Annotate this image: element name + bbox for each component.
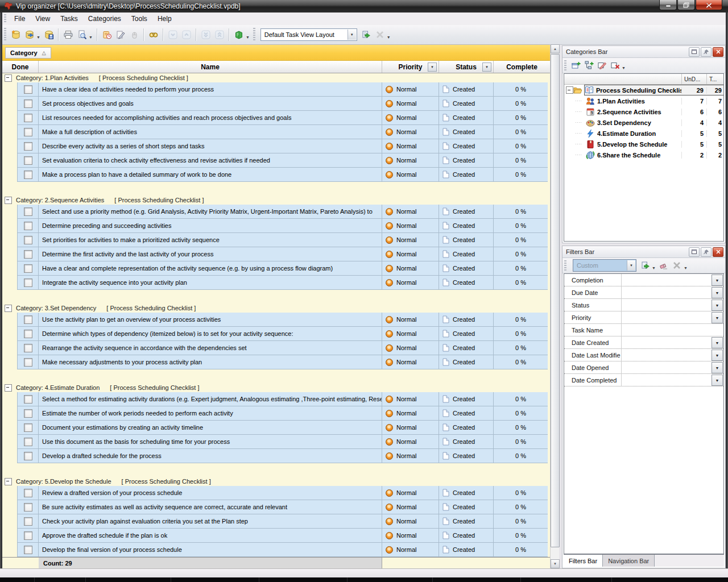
view-notes-dropdown-icon[interactable]: ▼ (246, 35, 250, 39)
print-button[interactable] (61, 28, 75, 41)
category-tree-item[interactable]: Process Scheduling Checklis 29 29 (564, 85, 723, 95)
task-name[interactable]: Select and use a priority method (e.g. G… (39, 205, 382, 219)
minimize-button[interactable] (659, 0, 677, 10)
task-row[interactable]: Set priorities for activities to make a … (2, 233, 550, 247)
print-preview-dropdown-icon[interactable]: ▼ (89, 35, 93, 39)
task-done-checkbox[interactable] (24, 264, 32, 273)
category-tree-item[interactable]: 5 2.Sequence Activities 6 6 (564, 106, 723, 117)
task-done-checkbox[interactable] (24, 358, 32, 367)
column-header-complete[interactable]: Complete (494, 61, 550, 73)
task-row[interactable]: Make a full description of activities No… (2, 125, 550, 139)
task-done-checkbox[interactable] (24, 517, 32, 526)
new-database-button[interactable] (9, 28, 23, 41)
task-row[interactable]: Make necessary adjustments to your proce… (2, 355, 550, 369)
task-row[interactable]: Integrate the activity sequence into you… (2, 276, 550, 290)
category-tree-item[interactable]: 5.Develop the Schedule 5 5 (564, 139, 723, 149)
task-row[interactable]: Review a drafted version of your process… (2, 486, 550, 500)
task-name[interactable]: Set process objectives and goals (39, 97, 382, 111)
filter-dropdown-icon[interactable]: ▼ (712, 350, 723, 361)
save-database-button[interactable] (42, 28, 56, 41)
edit-category-button[interactable] (595, 60, 609, 72)
new-category-button[interactable] (569, 60, 582, 72)
clear-filter-button[interactable] (657, 260, 671, 272)
task-done-checkbox[interactable] (24, 85, 32, 94)
filter-preset-combobox[interactable]: Custom ▼ (573, 259, 636, 272)
filter-value-field[interactable] (621, 349, 723, 361)
task-name[interactable]: Approve the drafted schedule if the plan… (39, 529, 382, 543)
scrollbar-thumb[interactable] (551, 54, 560, 547)
collapse-group-icon[interactable] (5, 384, 12, 392)
task-name[interactable]: Integrate the activity sequence into you… (39, 276, 382, 290)
task-done-checkbox[interactable] (24, 395, 32, 404)
task-name[interactable]: Select a method for estimating activity … (39, 392, 382, 406)
task-done-checkbox[interactable] (24, 489, 32, 497)
filters-pin-icon[interactable] (701, 247, 712, 257)
task-name[interactable]: Rearrange the activity sequence in accor… (39, 341, 382, 355)
task-done-checkbox[interactable] (24, 250, 32, 259)
group-header-row[interactable]: Category: 2.Sequence Activities [ Proces… (2, 196, 550, 205)
group-by-category-button[interactable]: Category △ (5, 47, 51, 59)
filters-minimize-icon[interactable] (689, 247, 700, 257)
task-row[interactable]: Determine the first activity and the las… (2, 247, 550, 261)
task-row[interactable]: Approve the drafted schedule if the plan… (2, 529, 550, 543)
task-done-checkbox[interactable] (24, 315, 32, 324)
task-done-checkbox[interactable] (24, 128, 32, 136)
filters-toolbar-overflow-icon[interactable]: ▼ (684, 266, 688, 270)
collapse-group-icon[interactable] (5, 74, 12, 82)
view-notes-button[interactable] (232, 28, 246, 41)
task-done-checkbox[interactable] (24, 207, 32, 216)
category-tree-item[interactable]: 6.Share the Schedule 2 2 (564, 149, 723, 160)
task-done-checkbox[interactable] (24, 423, 32, 432)
apply-filter-dropdown-icon[interactable]: ▼ (652, 266, 656, 270)
delete-filter-button[interactable] (671, 260, 684, 272)
task-done-checkbox[interactable] (24, 142, 32, 151)
column-header-undone[interactable]: UnD... (681, 74, 706, 84)
filter-value-field[interactable] (621, 311, 723, 323)
filter-dropdown-icon[interactable]: ▼ (712, 312, 723, 323)
task-row[interactable]: Document your estimations by creating an… (2, 421, 550, 435)
menu-help[interactable]: Help (152, 13, 177, 24)
task-name[interactable]: Make a full description of activities (39, 125, 382, 139)
task-name[interactable]: Review a drafted version of your process… (39, 486, 382, 500)
task-name[interactable]: Determine preceding and succeeding activ… (39, 219, 382, 233)
delete-category-button[interactable] (609, 60, 622, 72)
task-name[interactable]: Have a clear and complete representation… (39, 261, 382, 276)
categories-pin-icon[interactable] (701, 47, 712, 57)
group-header-row[interactable]: Category: 5.Develop the Schedule [ Proce… (2, 477, 550, 486)
task-done-checkbox[interactable] (24, 236, 32, 244)
task-name[interactable]: Be sure activity estimates as well as ac… (39, 500, 382, 514)
move-up-button[interactable] (180, 28, 193, 41)
task-done-checkbox[interactable] (24, 452, 32, 460)
move-to-top-button[interactable] (213, 28, 226, 41)
categories-minimize-icon[interactable] (689, 47, 700, 57)
filter-value-field[interactable] (621, 361, 723, 373)
filter-dropdown-icon[interactable]: ▼ (712, 375, 723, 386)
group-header-row[interactable]: Category: 1.Plan Activities [ Process Sc… (2, 73, 550, 82)
filter-dropdown-icon[interactable]: ▼ (712, 337, 723, 348)
task-row[interactable]: Select and use a priority method (e.g. G… (2, 205, 550, 219)
tab-filters-bar[interactable]: Filters Bar (564, 555, 603, 567)
task-done-checkbox[interactable] (24, 171, 32, 179)
column-header-total[interactable]: T... (706, 74, 723, 84)
open-database-dropdown-icon[interactable]: ▼ (36, 35, 40, 39)
categories-close-icon[interactable] (713, 47, 723, 57)
save-layout-button[interactable] (359, 28, 373, 41)
scroll-up-icon[interactable]: ▲ (551, 44, 560, 53)
task-done-checkbox[interactable] (24, 344, 32, 352)
task-name[interactable]: Set priorities for activities to make a … (39, 233, 382, 247)
task-done-checkbox[interactable] (24, 114, 32, 122)
new-subcategory-button[interactable] (582, 60, 595, 72)
task-name[interactable]: Have a clear idea of activities needed t… (39, 82, 382, 97)
task-name[interactable]: Make necessary adjustments to your proce… (39, 355, 382, 369)
menu-tasks[interactable]: Tasks (55, 13, 83, 24)
task-done-checkbox[interactable] (24, 222, 32, 230)
task-name[interactable]: Describe every activity as a series of s… (39, 139, 382, 153)
print-preview-button[interactable] (75, 28, 89, 41)
move-down-button[interactable] (166, 28, 180, 41)
status-filter-dropdown-icon[interactable]: ▼ (482, 63, 491, 72)
task-done-checkbox[interactable] (24, 278, 32, 287)
task-name[interactable]: Document your estimations by creating an… (39, 421, 382, 435)
open-database-button[interactable] (23, 28, 36, 41)
task-name[interactable]: Estimate the number of work periods need… (39, 406, 382, 421)
task-done-checkbox[interactable] (24, 438, 32, 446)
